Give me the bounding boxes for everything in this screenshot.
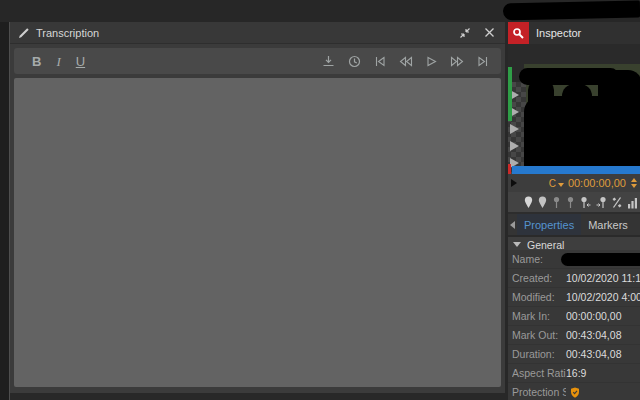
collapse-panel-icon[interactable] bbox=[457, 25, 473, 41]
chevron-down-icon bbox=[558, 183, 564, 187]
marker-chart-icon[interactable] bbox=[627, 196, 638, 209]
property-row-duration: Duration: 00:43:04,08 bbox=[508, 345, 640, 364]
section-title: General bbox=[527, 239, 564, 251]
marker-next-icon[interactable] bbox=[566, 196, 575, 209]
property-row-mark-in: Mark In: 00:00:00,00 bbox=[508, 307, 640, 326]
history-clock-icon[interactable] bbox=[348, 55, 361, 68]
rewind-icon[interactable] bbox=[399, 56, 413, 67]
tabs-scroll-left-icon[interactable] bbox=[508, 214, 517, 235]
transcription-panel-header: Transcription bbox=[10, 22, 505, 44]
italic-button[interactable]: I bbox=[56, 55, 60, 68]
inspector-search-icon bbox=[508, 22, 529, 44]
properties-list: Name: Created: 10/02/2020 11:14 AM Modif… bbox=[508, 250, 640, 400]
goto-next-marker-icon[interactable] bbox=[596, 196, 607, 209]
redaction-blob bbox=[503, 1, 640, 21]
filmstrip-arrow-icon bbox=[510, 124, 519, 134]
redaction-blob bbox=[561, 253, 640, 266]
property-row-protection-status: Protection Stat... bbox=[508, 383, 640, 400]
skip-to-end-icon[interactable] bbox=[477, 56, 489, 67]
remove-marker-icon[interactable] bbox=[612, 196, 622, 209]
fast-forward-icon[interactable] bbox=[450, 56, 464, 67]
left-panel-edge bbox=[0, 22, 10, 400]
play-icon[interactable] bbox=[426, 56, 437, 67]
panel-title: Inspector bbox=[536, 27, 581, 39]
skip-to-start-icon[interactable] bbox=[374, 56, 386, 67]
panel-title: Transcription bbox=[36, 27, 99, 39]
timecode-value[interactable]: 00:00:00,00 bbox=[568, 177, 626, 189]
property-row-aspect-ratio: Aspect Ratio: 16:9 bbox=[508, 364, 640, 383]
download-icon[interactable] bbox=[322, 55, 335, 68]
property-row-name: Name: bbox=[508, 250, 640, 269]
top-bar bbox=[0, 0, 640, 22]
scrub-bar[interactable] bbox=[512, 166, 640, 174]
marker-pin-filled-icon[interactable] bbox=[524, 196, 533, 209]
play-indicator-icon[interactable] bbox=[511, 179, 517, 187]
close-panel-icon[interactable] bbox=[481, 25, 497, 41]
property-row-mark-out: Mark Out: 00:43:04,08 bbox=[508, 326, 640, 345]
pencil-icon bbox=[18, 27, 30, 39]
transcription-editor[interactable] bbox=[14, 78, 501, 387]
status-green-strip bbox=[508, 67, 512, 121]
tab-markers[interactable]: Markers bbox=[581, 214, 635, 235]
step-up-icon[interactable] bbox=[631, 178, 637, 182]
timecode-row: C 00:00:00,00 bbox=[508, 174, 640, 192]
property-row-created: Created: 10/02/2020 11:14 AM bbox=[508, 269, 640, 288]
inspector-tabs: Properties Markers References bbox=[508, 214, 640, 236]
tab-properties[interactable]: Properties bbox=[517, 214, 581, 235]
transcription-toolbar: B I U bbox=[14, 48, 501, 74]
property-row-modified: Modified: 10/02/2020 4:00 PM bbox=[508, 288, 640, 307]
tab-references[interactable]: References bbox=[635, 214, 640, 235]
marker-toolbar bbox=[508, 192, 640, 212]
marker-prev-icon[interactable] bbox=[552, 196, 561, 209]
protection-shield-icon bbox=[570, 387, 580, 398]
underline-button[interactable]: U bbox=[76, 55, 85, 68]
timecode-mode-dropdown[interactable]: C bbox=[549, 178, 556, 189]
timecode-stepper[interactable] bbox=[631, 178, 637, 188]
transcription-panel: Transcription B I U bbox=[10, 22, 505, 393]
inspector-panel-header: Inspector bbox=[508, 22, 640, 44]
filmstrip-arrow-icon bbox=[510, 141, 519, 151]
bold-button[interactable]: B bbox=[32, 55, 41, 68]
marker-pin-filled-alt-icon[interactable] bbox=[538, 196, 547, 209]
step-down-icon[interactable] bbox=[631, 184, 637, 188]
chevron-down-icon bbox=[513, 242, 521, 247]
goto-prev-marker-icon[interactable] bbox=[580, 196, 591, 209]
